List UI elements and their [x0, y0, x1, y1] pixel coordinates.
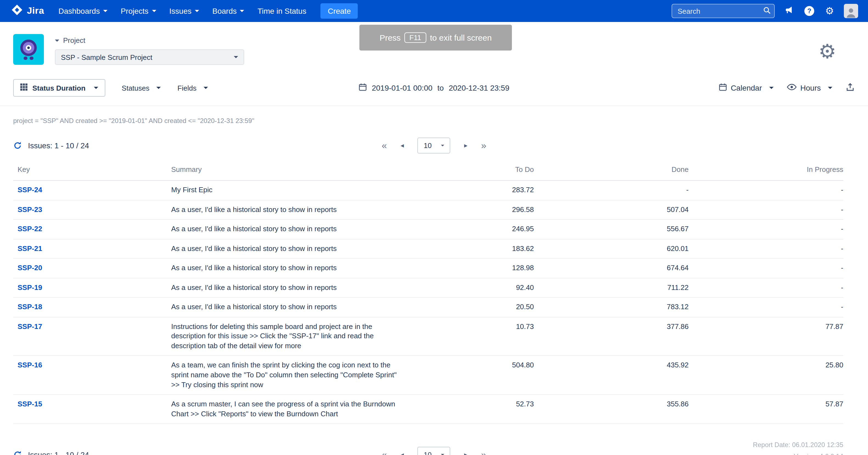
issue-key-link[interactable]: SSP-20 — [18, 264, 42, 272]
issue-summary: As a scrum master, I can see the progres… — [171, 395, 402, 424]
chevron-down-icon — [204, 87, 208, 89]
issue-key-link[interactable]: SSP-16 — [18, 361, 42, 369]
page-size-value: 10 — [424, 451, 432, 455]
nav-issues-label: Issues — [169, 7, 191, 16]
table-header-row: Key Summary To Do Done In Progress — [13, 160, 843, 180]
nav-dashboards[interactable]: Dashboards — [52, 0, 114, 22]
create-button[interactable]: Create — [321, 3, 358, 19]
nav-projects[interactable]: Projects — [114, 0, 163, 22]
chevron-down-icon — [240, 10, 244, 12]
issue-summary: As a user, I'd like a historical story t… — [171, 219, 402, 239]
statuses-label: Statuses — [122, 84, 150, 92]
done-value: 674.64 — [534, 258, 689, 278]
prev-page-button[interactable]: ◄ — [399, 143, 405, 148]
toolbar-right: Calendar Hours — [719, 82, 855, 94]
refresh-button[interactable] — [13, 450, 22, 455]
chevron-down-icon — [828, 87, 832, 89]
report-header: Press F11 to exit full screen ⚙ Project — [0, 22, 868, 106]
last-page-button[interactable]: » — [481, 450, 487, 455]
issue-key-link[interactable]: SSP-17 — [18, 322, 42, 331]
project-avatar[interactable] — [13, 34, 44, 65]
help-icon: ? — [804, 6, 814, 16]
pagination-top: « ◄ 10 ► » — [381, 138, 487, 153]
prev-page-button[interactable]: ◄ — [399, 452, 405, 455]
report-meta: Report Date: 06.01.2020 12:35 Version: 4… — [753, 439, 843, 455]
done-value: 507.04 — [534, 200, 689, 219]
jira-logo-icon — [11, 4, 23, 18]
report-toolbar: Status Duration Statuses Fields 2019-01-… — [13, 79, 855, 106]
report-date: Report Date: 06.01.2020 12:35 — [753, 439, 843, 451]
done-value: 620.01 — [534, 239, 689, 258]
units-dropdown[interactable]: Hours — [786, 83, 832, 92]
nav-issues[interactable]: Issues — [163, 0, 206, 22]
date-to: 2020-12-31 23:59 — [449, 83, 509, 92]
done-value: 556.67 — [534, 219, 689, 239]
fields-dropdown[interactable]: Fields — [178, 84, 208, 92]
search-input[interactable] — [672, 4, 775, 18]
nav-boards[interactable]: Boards — [206, 0, 251, 22]
project-label: Project — [63, 36, 85, 45]
inprogress-value: - — [689, 200, 843, 219]
nav-boards-label: Boards — [212, 7, 237, 16]
todo-value: 504.80 — [402, 356, 534, 395]
page-size-select[interactable]: 10 — [417, 138, 451, 153]
search-box — [672, 4, 775, 18]
todo-value: 20.50 — [402, 298, 534, 317]
top-navbar: Jira Dashboards Projects Issues Boards T… — [0, 0, 868, 22]
report-type-button[interactable]: Status Duration — [13, 79, 105, 97]
next-page-button[interactable]: ► — [463, 452, 469, 455]
jira-logo[interactable]: Jira — [7, 4, 52, 18]
issue-summary: As a user, I'd like a historical story t… — [171, 298, 402, 317]
issue-key-link[interactable]: SSP-19 — [18, 283, 42, 291]
done-value: 377.86 — [534, 317, 689, 356]
help-button[interactable]: ? — [803, 5, 815, 17]
pagination-bottom: « ◄ 10 ► » — [381, 447, 487, 455]
first-page-button[interactable]: « — [381, 450, 387, 455]
issue-key-link[interactable]: SSP-18 — [18, 303, 42, 311]
refresh-button[interactable] — [13, 141, 22, 150]
chevron-down-icon — [55, 39, 59, 41]
export-button[interactable] — [845, 82, 855, 94]
todo-value: 283.72 — [402, 180, 534, 200]
date-range-picker[interactable]: 2019-01-01 00:00 to 2020-12-31 23:59 — [359, 83, 509, 93]
issue-key-link[interactable]: SSP-22 — [18, 225, 42, 233]
issue-key-link[interactable]: SSP-23 — [18, 205, 42, 214]
issues-count-bottom: Issues: 1 - 10 / 24 — [13, 450, 89, 455]
calendar-mode-dropdown[interactable]: Calendar — [719, 83, 774, 93]
project-select[interactable]: SSP - Sample Scrum Project — [55, 50, 244, 65]
table-row: SSP-24 My First Epic 283.72 - - — [13, 180, 843, 200]
table-row: SSP-15 As a scrum master, I can see the … — [13, 395, 843, 424]
issue-key-cell: SSP-19 — [13, 278, 171, 297]
issue-key-link[interactable]: SSP-15 — [18, 400, 42, 408]
nav-time-in-status[interactable]: Time in Status — [251, 0, 313, 22]
issue-key-link[interactable]: SSP-21 — [18, 244, 42, 252]
announcements-button[interactable] — [783, 5, 795, 17]
issue-key-cell: SSP-23 — [13, 200, 171, 219]
done-value: 711.22 — [534, 278, 689, 297]
pagination-row-bottom: Issues: 1 - 10 / 24 « ◄ 10 ► » Report Da… — [0, 439, 868, 455]
page-size-select[interactable]: 10 — [417, 447, 451, 455]
next-page-button[interactable]: ► — [463, 143, 469, 148]
inprogress-value: - — [689, 258, 843, 278]
inprogress-value: 25.80 — [689, 356, 843, 395]
date-from: 2019-01-01 00:00 — [372, 83, 432, 92]
statuses-dropdown[interactable]: Statuses — [122, 84, 161, 92]
f11-keycap: F11 — [404, 32, 426, 43]
nav-dashboards-label: Dashboards — [58, 7, 100, 16]
report-settings-gear-icon[interactable]: ⚙ — [818, 42, 836, 61]
issue-summary: As a user, I'd like a historical story t… — [171, 278, 402, 297]
table-row: SSP-21 As a user, I'd like a historical … — [13, 239, 843, 258]
inprogress-value: - — [689, 239, 843, 258]
pagination-row-top: Issues: 1 - 10 / 24 « ◄ 10 ► » — [0, 135, 868, 157]
nav-time-in-status-label: Time in Status — [257, 7, 306, 16]
project-collapse-toggle[interactable]: Project — [55, 36, 244, 45]
first-page-button[interactable]: « — [381, 141, 387, 150]
todo-value: 92.40 — [402, 278, 534, 297]
table-row: SSP-19 As a user, I'd like a historical … — [13, 278, 843, 297]
issue-summary: As a user, I'd like a historical story t… — [171, 239, 402, 258]
last-page-button[interactable]: » — [481, 141, 487, 150]
settings-button[interactable]: ⚙ — [824, 5, 836, 17]
user-avatar[interactable] — [844, 4, 858, 18]
issue-summary: As a team, we can finish the sprint by c… — [171, 356, 402, 395]
issue-key-link[interactable]: SSP-24 — [18, 186, 42, 194]
